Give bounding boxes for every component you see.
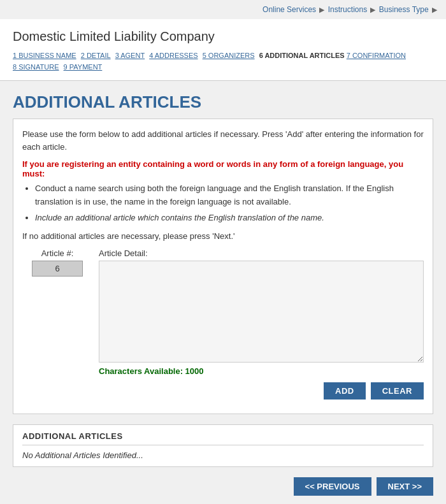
page-title-bar: Domestic Limited Liability Company 1 BUS…: [0, 19, 446, 81]
separator3: ▶: [432, 6, 437, 13]
business-type-link[interactable]: Business Type: [379, 5, 429, 14]
previous-button[interactable]: << PREVIOUS: [294, 477, 371, 496]
step-navigation: 1 BUSINESS NAME 2 DETAIL 3 AGENT 4 ADDRE…: [13, 50, 433, 73]
add-button[interactable]: ADD: [324, 382, 366, 400]
form-card: Please use the form below to add additio…: [13, 119, 433, 414]
warning-text: If you are registering an entity contain…: [22, 159, 424, 178]
article-form-row: Article #: 6 Article Detail: Characters …: [22, 248, 424, 400]
nav-step-6-active: 6 ADDITIONAL ARTICLES: [259, 52, 345, 59]
page-title: Domestic Limited Liability Company: [13, 29, 433, 44]
intro-text: Please use the form below to add additio…: [22, 128, 424, 153]
article-detail-label: Article Detail:: [99, 248, 424, 258]
additional-articles-section: ADDITIONAL ARTICLES No Additional Articl…: [13, 424, 433, 467]
nav-step-8[interactable]: 8 SIGNATURE: [13, 63, 59, 71]
form-button-row: ADD CLEAR: [99, 382, 424, 400]
next-button[interactable]: NEXT >>: [377, 477, 433, 496]
info-list-item-1: Conduct a name search using both the for…: [35, 182, 424, 209]
additional-articles-heading: ADDITIONAL ARTICLES: [22, 431, 424, 445]
separator1: ▶: [319, 6, 324, 13]
article-number-label: Article #:: [41, 248, 74, 258]
clear-button[interactable]: CLEAR: [371, 382, 424, 400]
article-number-col: Article #: 6: [22, 248, 92, 277]
nav-step-3[interactable]: 3 AGENT: [115, 52, 145, 59]
info-list: Conduct a name search using both the for…: [35, 182, 424, 224]
nav-step-4[interactable]: 4 ADDRESSES: [149, 52, 198, 59]
instructions-link[interactable]: Instructions: [328, 5, 367, 14]
nav-step-2[interactable]: 2 DETAIL: [81, 52, 111, 59]
main-content: ADDITIONAL ARTICLES Please use the form …: [0, 81, 446, 504]
separator2: ▶: [370, 6, 375, 13]
nav-step-7[interactable]: 7 CONFIRMATION: [347, 52, 406, 59]
online-services-link[interactable]: Online Services: [263, 5, 316, 14]
nav-buttons-row: << PREVIOUS NEXT >>: [13, 477, 433, 496]
info-list-item-2: Include an additional article which cont…: [35, 212, 424, 225]
nav-step-9[interactable]: 9 PAYMENT: [64, 63, 103, 71]
article-detail-col: Article Detail: Characters Available: 10…: [99, 248, 424, 400]
chars-available: Characters Available: 1000: [99, 366, 424, 376]
nav-step-1[interactable]: 1 BUSINESS NAME: [13, 52, 76, 59]
breadcrumb-nav: Online Services ▶ Instructions ▶ Busines…: [0, 0, 446, 19]
article-number-display: 6: [32, 261, 83, 277]
no-articles-text: No Additional Articles Identified...: [22, 450, 424, 460]
article-detail-input[interactable]: [99, 261, 424, 363]
if-no-articles-text: If no additional articles are necessary,…: [22, 231, 424, 241]
nav-step-5[interactable]: 5 ORGANIZERS: [203, 52, 255, 59]
section-heading: ADDITIONAL ARTICLES: [13, 92, 433, 112]
